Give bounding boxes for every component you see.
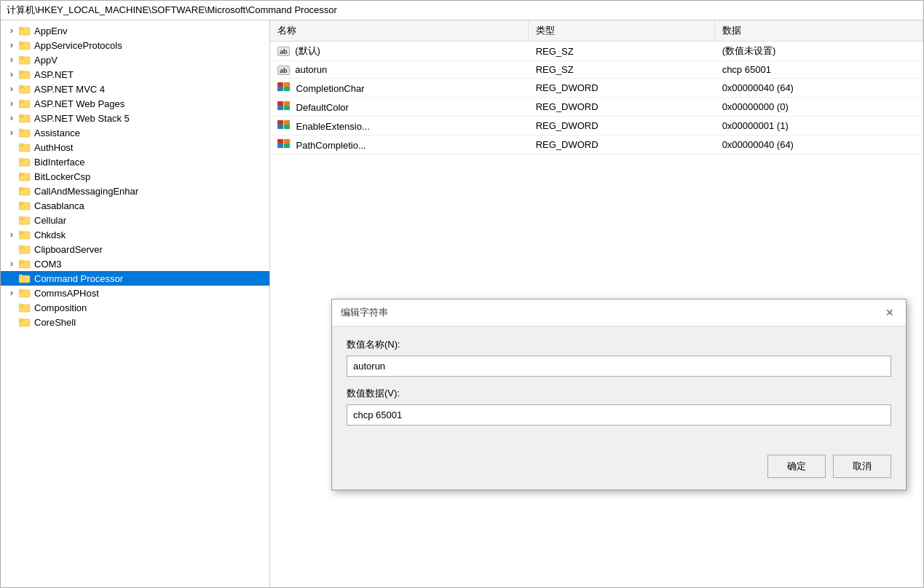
folder-icon [18,316,31,328]
row-type: REG_DWORD [529,79,715,98]
dword-icon [277,119,291,130]
dword-icon [277,138,291,149]
svg-rect-50 [19,260,23,262]
table-row[interactable]: CompletionCharREG_DWORD0x00000040 (64) [270,79,923,98]
tree-item-label: AppEnv [34,26,266,36]
tree-item-coreshell[interactable]: CoreShell [1,315,269,329]
tree-item-aspnet_mvc4[interactable]: › ASP.NET MVC 4 [1,82,269,96]
expand-icon[interactable] [7,200,17,211]
row-data: 0x00000000 (0) [715,98,923,117]
svg-rect-47 [19,246,23,248]
row-data: 0x00000040 (64) [715,79,923,98]
expand-icon[interactable] [7,157,17,167]
expand-icon[interactable] [7,186,17,196]
tree-item-label: ASP.NET MVC 4 [34,84,266,95]
expand-icon[interactable]: › [7,259,17,269]
expand-icon[interactable]: › [7,230,17,240]
tree-item-bitlockercsp[interactable]: BitLockerCsp [1,169,269,184]
tree-item-commsaphost[interactable]: › CommsAPHost [1,286,269,300]
svg-rect-71 [277,106,283,110]
edit-string-dialog: 编辑字符串 ✕ 数值名称(N): 数值数据(V): 确定 取消 [331,299,907,490]
tree-item-assistance[interactable]: › Assistance [1,125,269,140]
expand-icon[interactable]: › [7,26,17,36]
expand-icon[interactable] [7,317,17,327]
table-row[interactable]: ab autorunREG_SZchcp 65001 [270,61,923,79]
row-type: REG_SZ [529,61,715,79]
expand-icon[interactable]: › [7,40,17,50]
tree-item-aspnet_webpages[interactable]: › ASP.NET Web Pages [1,96,269,111]
table-row[interactable]: PathCompletio...REG_DWORD0x00000040 (64) [270,136,923,154]
name-input[interactable] [347,356,891,377]
svg-rect-82 [277,139,283,144]
svg-rect-32 [19,173,23,175]
table-row[interactable]: DefaultColorREG_DWORD0x00000000 (0) [270,98,923,117]
table-row[interactable]: EnableExtensio...REG_DWORD0x00000001 (1) [270,117,923,136]
data-input[interactable] [347,404,891,426]
row-name: PathCompletio... [270,136,529,154]
folder-icon [18,258,31,270]
tree-item-authhost[interactable]: AuthHost [1,140,269,154]
tree-item-appserviceprotocols[interactable]: › AppServiceProtocols [1,38,269,52]
svg-rect-64 [277,82,283,87]
folder-icon [18,127,31,138]
expand-icon[interactable] [7,244,17,254]
svg-rect-11 [19,71,23,73]
expand-icon[interactable]: › [7,288,17,298]
tree-item-cellular[interactable]: Cellular [1,213,269,227]
tree-item-appv[interactable]: › AppV [1,52,269,67]
folder-icon [18,39,31,51]
svg-rect-2 [19,27,23,29]
folder-icon [18,83,31,95]
tree-item-label: Assistance [34,128,266,138]
tree-item-bidinterface[interactable]: BidInterface [1,154,269,169]
dialog-titlebar: 编辑字符串 ✕ [332,299,906,326]
ok-button[interactable]: 确定 [767,455,826,478]
tree-item-composition[interactable]: Composition [1,300,269,315]
svg-rect-5 [19,42,23,44]
table-row[interactable]: ab (默认)REG_SZ(数值未设置) [270,42,923,61]
tree-item-label: BidInterface [34,157,266,168]
expand-icon[interactable]: › [7,69,17,79]
tree-item-aspnet[interactable]: › ASP.NET [1,67,269,82]
svg-rect-17 [19,100,23,102]
expand-icon[interactable]: › [7,55,17,65]
tree-item-appenv[interactable]: › AppEnv [1,23,269,38]
svg-rect-83 [277,144,283,148]
row-type: REG_SZ [529,42,715,61]
tree-panel[interactable]: › AppEnv› AppServiceProtocols› AppV› ASP… [1,20,270,587]
expand-icon[interactable]: › [7,128,17,138]
expand-icon[interactable] [7,273,17,283]
tree-item-label: AppV [34,55,266,66]
expand-icon[interactable]: › [7,84,17,94]
expand-icon[interactable]: › [7,113,17,123]
dialog-body: 数值名称(N): 数值数据(V): [332,326,906,447]
expand-icon[interactable] [7,142,17,152]
expand-icon[interactable]: › [7,98,17,109]
dword-icon [277,82,291,92]
tree-item-casablanca[interactable]: Casablanca [1,198,269,213]
expand-icon[interactable] [7,171,17,181]
expand-icon[interactable] [7,302,17,313]
tree-item-callandmessagingenhar[interactable]: CallAndMessagingEnhar [1,184,269,198]
dialog-close-button[interactable]: ✕ [882,305,897,320]
tree-item-label: BitLockerCsp [34,171,266,182]
tree-item-chkdsk[interactable]: › Chkdsk [1,227,269,242]
row-name: ab (默认) [270,42,529,61]
expand-icon[interactable] [7,215,17,225]
col-data: 数据 [715,20,923,42]
svg-rect-70 [277,101,283,106]
svg-rect-62 [19,318,23,321]
folder-icon [18,98,31,109]
tree-item-commandprocessor[interactable]: Command Processor [1,271,269,286]
tree-item-label: Composition [34,302,266,313]
folder-icon [18,68,31,80]
tree-item-clipboardserver[interactable]: ClipboardServer [1,242,269,256]
cancel-button[interactable]: 取消 [833,455,891,478]
svg-rect-29 [19,158,23,160]
tree-item-label: COM3 [34,259,266,270]
tree-item-aspnet_webstack5[interactable]: › ASP.NET Web Stack 5 [1,111,269,125]
tree-item-com3[interactable]: › COM3 [1,256,269,271]
registry-window: 计算机\HKEY_LOCAL_MACHINE\SOFTWARE\Microsof… [0,0,924,588]
svg-rect-35 [19,187,23,189]
svg-rect-77 [277,125,283,129]
